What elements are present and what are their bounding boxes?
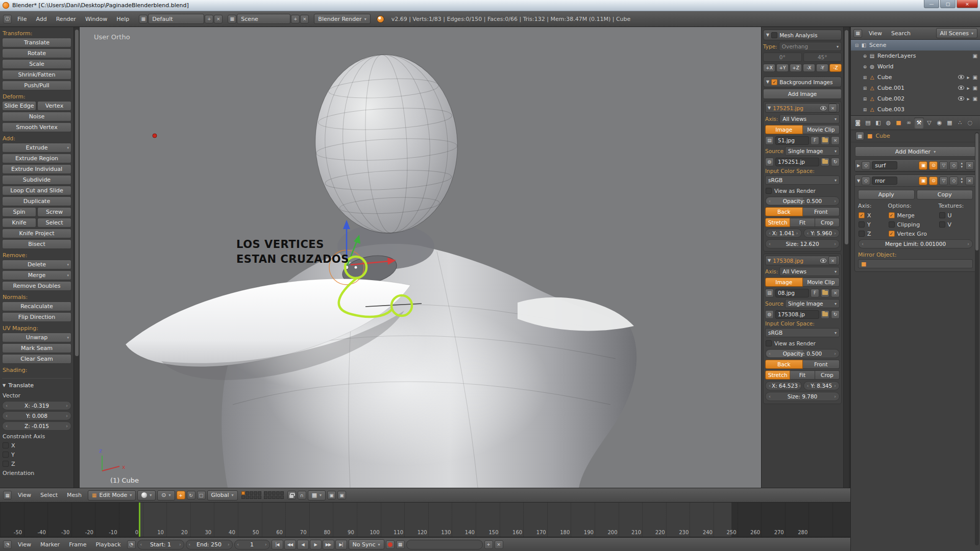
display-mode-dropdown[interactable]: All Scenes▾ xyxy=(936,28,977,38)
close-icon[interactable]: × xyxy=(828,104,837,112)
tool-button-mark-seam[interactable]: Mark Seam xyxy=(2,343,71,353)
outliner-row-cube[interactable]: ⊞△Cube▸▣ xyxy=(851,72,980,83)
tool-button-scale[interactable]: Scale xyxy=(2,59,71,69)
tool-button-translate[interactable]: Translate xyxy=(2,38,71,47)
tab-scene[interactable]: ◧ xyxy=(873,117,883,129)
active-keying-set-field[interactable] xyxy=(406,540,483,549)
timeline-menu-view[interactable]: View xyxy=(13,540,36,549)
axis-dropdown[interactable]: All Views▾ xyxy=(779,267,840,276)
decrement-arrow-icon[interactable]: ‹ xyxy=(237,542,239,547)
editor-type-button[interactable]: ▦ xyxy=(3,491,12,499)
mirror-y-checkbox[interactable]: Y xyxy=(858,220,888,229)
selectable-icon[interactable]: ▸ xyxy=(967,85,970,91)
render-opengl-icon[interactable]: ▣ xyxy=(327,491,336,499)
angle-max-field[interactable]: 45° xyxy=(803,53,842,62)
layer-cell[interactable] xyxy=(272,491,276,495)
tab-modifiers[interactable]: ⚒ xyxy=(914,117,924,129)
browse-image-icon[interactable]: ▤ xyxy=(765,136,774,145)
back-toggle[interactable]: Back xyxy=(765,207,803,216)
eye-icon[interactable] xyxy=(958,85,964,91)
realtime-visibility-icon[interactable]: ⊙ xyxy=(929,177,938,185)
layer-cell[interactable] xyxy=(264,495,267,499)
increment-arrow-icon[interactable]: › xyxy=(833,231,837,236)
viewport-menu-view[interactable]: View xyxy=(13,490,36,500)
increment-arrow-icon[interactable]: › xyxy=(795,231,799,236)
tool-button-subdivide[interactable]: Subdivide xyxy=(2,175,71,185)
tool-button-clear-seam[interactable]: Clear Seam xyxy=(2,354,71,364)
camera-icon[interactable]: ▣ xyxy=(973,74,977,80)
increment-arrow-icon[interactable]: › xyxy=(833,351,837,356)
outliner-row-renderlayers[interactable]: ⊕▤RenderLayers▣ xyxy=(851,51,980,61)
vector-field-x[interactable]: ‹X: -0.319› xyxy=(2,401,71,410)
axis-dropdown[interactable]: All Views▾ xyxy=(779,114,840,123)
front-toggle[interactable]: Front xyxy=(803,360,840,369)
size-field[interactable]: ‹Size: 12.620› xyxy=(765,239,840,248)
modifier-surf-header[interactable]: ▶◇surf▣⊙▽◇▴▾× xyxy=(855,160,976,171)
delete-keyframe-icon[interactable]: × xyxy=(495,540,503,549)
tab-render[interactable]: ◙ xyxy=(853,117,863,129)
background-images-checkbox[interactable]: ✓ xyxy=(771,79,777,85)
eye-icon[interactable] xyxy=(958,96,964,102)
analysis-axis-button-z[interactable]: +Z xyxy=(790,64,802,72)
outliner-menu-search[interactable]: Search xyxy=(887,29,915,38)
copy-button[interactable]: Copy xyxy=(917,190,973,199)
panel-expand-icon[interactable]: ▼ xyxy=(768,106,771,110)
expander-icon[interactable]: ⊞ xyxy=(862,107,868,112)
expand-icon[interactable]: ▶ xyxy=(857,163,860,168)
crop-toggle[interactable]: Crop xyxy=(815,370,840,380)
increment-arrow-icon[interactable]: › xyxy=(179,542,181,547)
decrement-arrow-icon[interactable]: ‹ xyxy=(768,394,772,399)
minimize-button[interactable]: — xyxy=(924,0,939,8)
layout-name-field[interactable]: Default xyxy=(148,14,204,24)
reorder-arrows[interactable]: ▴▾ xyxy=(960,162,964,169)
expander-icon[interactable]: ⊟ xyxy=(853,43,860,48)
menu-add[interactable]: Add xyxy=(31,14,51,24)
stretch-toggle[interactable]: Stretch xyxy=(765,218,790,227)
angle-min-field[interactable]: 0° xyxy=(763,53,802,62)
record-button[interactable] xyxy=(386,540,395,549)
camera-icon[interactable]: ▣ xyxy=(973,96,977,102)
sync-mode-dropdown[interactable]: No Sync▾ xyxy=(349,539,384,549)
increment-arrow-icon[interactable]: › xyxy=(833,241,837,246)
constraint-axis-z[interactable]: Z xyxy=(2,459,71,468)
opacity-slider[interactable]: ‹Opacity: 0.500› xyxy=(765,349,840,358)
timeline-editor[interactable]: -50-40-30-20-100102030405060708090100110… xyxy=(0,503,850,537)
tool-button-spin[interactable]: Spin xyxy=(2,207,36,217)
mirror-u-checkbox[interactable]: U xyxy=(939,211,973,220)
add-image-button[interactable]: Add Image xyxy=(763,89,842,99)
increment-arrow-icon[interactable]: › xyxy=(265,542,267,547)
decrement-arrow-icon[interactable]: ‹ xyxy=(768,231,772,236)
mirror-v-checkbox[interactable]: V xyxy=(939,220,973,229)
camera-icon[interactable]: ▣ xyxy=(973,53,977,59)
start-frame-field[interactable]: ‹Start: 1› xyxy=(137,540,184,549)
tab-render-layers[interactable]: ▤ xyxy=(863,117,873,129)
tool-button-shrink-fatten[interactable]: Shrink/Fatten xyxy=(2,70,71,80)
tool-button-knife-project[interactable]: Knife Project xyxy=(2,229,71,238)
layer-cell[interactable] xyxy=(246,491,249,495)
mode-dropdown[interactable]: ▦Edit Mode▾ xyxy=(88,490,136,500)
mirror-z-checkbox[interactable]: Z xyxy=(858,229,888,238)
cage-visibility-icon[interactable]: ◇ xyxy=(949,177,958,185)
pivot-dropdown[interactable]: ⊙▾ xyxy=(157,490,175,500)
insert-keyframe-icon[interactable]: + xyxy=(484,540,493,549)
decrement-arrow-icon[interactable]: ‹ xyxy=(768,241,772,246)
offset-y-field[interactable]: ‹Y: 8.345› xyxy=(803,381,840,390)
increment-arrow-icon[interactable]: › xyxy=(833,394,837,399)
tool-button-slide-edge[interactable]: Slide Edge xyxy=(2,101,36,111)
render-visibility-icon[interactable]: ▣ xyxy=(919,177,927,185)
view-as-render[interactable]: View as Render xyxy=(765,339,840,348)
unlink-image-button[interactable]: × xyxy=(831,289,840,297)
modifier-name-field[interactable]: surf xyxy=(872,161,897,169)
translate-manipulator-toggle[interactable]: + xyxy=(177,491,185,499)
viewport-menu-select[interactable]: Select xyxy=(36,490,62,500)
expander-icon[interactable]: ⊞ xyxy=(862,86,868,91)
tab-object[interactable]: ■ xyxy=(894,117,903,129)
image-toggle[interactable]: Image xyxy=(765,278,803,287)
tool-button-recalculate[interactable]: Recalculate xyxy=(2,302,71,311)
close-icon[interactable]: × xyxy=(828,256,837,265)
layer-cell[interactable] xyxy=(258,491,261,495)
vector-field-z[interactable]: ‹Z: -0.015› xyxy=(2,421,71,431)
layer-cell[interactable] xyxy=(276,495,280,499)
layer-cell[interactable] xyxy=(268,491,272,495)
tool-button-extrude[interactable]: Extrude▾ xyxy=(2,143,71,153)
